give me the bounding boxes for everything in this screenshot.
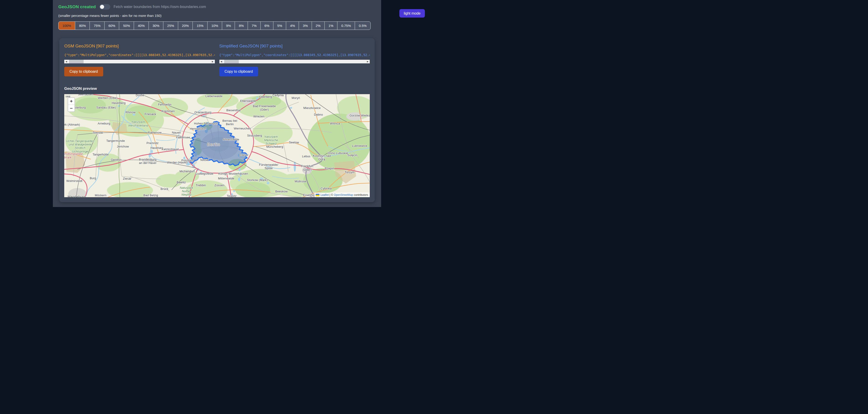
percent-option-50[interactable]: 50% [119, 22, 134, 30]
map-label: Frankfurt (Oder) [301, 165, 313, 172]
map-label: Dosse [136, 94, 145, 97]
preview-title: GeoJSON preview [64, 86, 370, 91]
status-text: GeoJSON created [58, 4, 96, 9]
map-label: penübungsplatz Altmark [64, 152, 83, 159]
map-label: Genthin [111, 158, 122, 161]
percent-option-25[interactable]: 25% [163, 22, 178, 30]
zoom-out-button[interactable]: − [68, 105, 74, 112]
percent-option-5[interactable]: 5% [273, 22, 286, 30]
simplified-panel-title: Simplified GeoJSON [907 points] [219, 43, 370, 49]
map-label: Bad Freienwalde (Oder) [253, 104, 276, 111]
percent-option-0.75[interactable]: 0.75% [337, 22, 355, 30]
scroll-right-icon[interactable]: ▶ [211, 60, 215, 63]
percent-option-0.5[interactable]: 0.5% [355, 22, 371, 30]
map-label: Werder (Havel) [167, 161, 188, 164]
simplified-json-text: {"type":"MultiPolygon","coordinates":[[[… [219, 53, 370, 57]
map-label: Havelsee [150, 146, 163, 150]
ukraine-flag-icon [316, 194, 319, 196]
map-label: Falkensee [176, 136, 190, 139]
map-label: Moryń [291, 96, 300, 100]
map-label: Ahrensfelde [223, 138, 239, 141]
geojson-card: OSM GeoJSON [907 points] {"type":"MultiP… [59, 38, 375, 202]
map-label: Cedynia [273, 94, 284, 97]
map-label: Sandau (Elbe) [96, 106, 116, 109]
scrollbar-thumb[interactable] [69, 60, 84, 63]
openstreetmap-link[interactable]: OpenStreetMap [334, 193, 353, 197]
percent-option-8[interactable]: 8% [235, 22, 248, 30]
percent-button-group: 100%80%75%60%50%40%30%25%20%15%10%9%8%7%… [58, 22, 376, 30]
simplified-copy-button[interactable]: Copy to clipboard [219, 67, 258, 77]
simplified-json-scrollbar[interactable]: ◀ ▶ [219, 60, 370, 63]
percent-option-80[interactable]: 80% [75, 22, 90, 30]
map-label: Burg [90, 176, 96, 180]
map-label: Beeskow [275, 190, 287, 193]
percent-option-30[interactable]: 30% [149, 22, 163, 30]
map-label: Jerichow [117, 145, 129, 148]
map-label: Wriezen [253, 115, 265, 118]
attribution-contributors: contributors [353, 193, 368, 197]
osm-panel: OSM GeoJSON [907 points] {"type":"MultiP… [64, 43, 215, 77]
map-label: Teltow [200, 158, 209, 161]
percent-option-4[interactable]: 4% [286, 22, 299, 30]
percent-option-6[interactable]: 6% [260, 22, 274, 30]
map-label: Eberswalde [240, 99, 256, 102]
map-label: Nauen [172, 131, 181, 134]
map-label: Ketzin/Havel [162, 148, 179, 151]
map-label: Liebenwalde [205, 95, 222, 98]
map-label: Dębno [314, 113, 323, 117]
status-row: GeoJSON created Fetch water boundaries f… [58, 3, 376, 10]
hint-text: (smaller percentage means fewer points -… [58, 14, 376, 18]
percent-option-3[interactable]: 3% [299, 22, 312, 30]
map-label: Brandenburg an der Havel [139, 157, 156, 165]
map-label: Kremmen [161, 110, 175, 113]
map-label: Werneuchen [234, 127, 251, 130]
map-label: Premnitz [147, 141, 159, 145]
scrollbar-thumb[interactable] [224, 60, 239, 63]
percent-option-9[interactable]: 9% [222, 22, 235, 30]
water-boundaries-toggle[interactable] [99, 4, 110, 9]
attribution-separator: | © [329, 193, 334, 197]
map-label: Hohen Neuendorf [194, 122, 218, 125]
map-label: Gorzów Wielkopol [349, 114, 370, 117]
map-label: Oranienburg [194, 111, 211, 114]
percent-option-20[interactable]: 20% [178, 22, 193, 30]
map-label: Ośno Lubuskie [328, 152, 348, 155]
map-label: Witnica [330, 122, 340, 125]
map-label: Müllrose [294, 180, 306, 183]
main-column: GeoJSON created Fetch water boundaries f… [53, 0, 381, 207]
percent-option-100[interactable]: 100% [58, 22, 75, 30]
map-label: Naturpark Nuthe- Nieplitz [180, 186, 193, 197]
map-label: Sulęcin [347, 154, 358, 157]
percent-option-10[interactable]: 10% [207, 22, 222, 30]
percent-option-15[interactable]: 15% [192, 22, 208, 30]
percent-option-75[interactable]: 75% [90, 22, 104, 30]
scroll-right-icon[interactable]: ▶ [366, 60, 370, 63]
percent-option-7[interactable]: 7% [248, 22, 261, 30]
scroll-left-icon[interactable]: ◀ [219, 60, 223, 63]
leaflet-link[interactable]: Leaflet [320, 193, 329, 197]
map-label: Trebbin [196, 183, 206, 187]
map-label: Havelberg [112, 101, 126, 105]
map-label: Seelow [289, 141, 299, 144]
map-label: Bad Belzig [143, 194, 158, 197]
map-label: Tangermünde [106, 139, 125, 143]
osm-json-scrollbar[interactable]: ◀ ▶ [64, 60, 215, 63]
scroll-left-icon[interactable]: ◀ [64, 60, 68, 63]
percent-option-2[interactable]: 2% [312, 22, 325, 30]
map-label: Fehrbellin [158, 103, 172, 106]
light-mode-button[interactable]: light mode [399, 9, 425, 18]
map-label: Berlin [207, 142, 220, 147]
percent-option-60[interactable]: 60% [104, 22, 119, 30]
leaflet-map[interactable]: SeehausenseeWerben (Elbe)DosseHavelbergO… [64, 94, 370, 197]
percent-option-1[interactable]: 1% [324, 22, 338, 30]
percent-option-40[interactable]: 40% [134, 22, 149, 30]
map-label: Storkow (Mark) [247, 178, 268, 182]
zoom-in-button[interactable]: + [68, 98, 74, 105]
osm-copy-button[interactable]: Copy to clipboard [64, 67, 103, 77]
map-label: Biesenthal [226, 109, 241, 112]
map-label: Fürstenwalde/ Spree [259, 163, 278, 170]
map-label: Beelitz [177, 181, 186, 184]
panel-columns: OSM GeoJSON [907 points] {"type":"MultiP… [64, 43, 370, 77]
map-label: Wolmirstedt [66, 179, 83, 183]
map-label: Mittenwalde [218, 177, 235, 180]
